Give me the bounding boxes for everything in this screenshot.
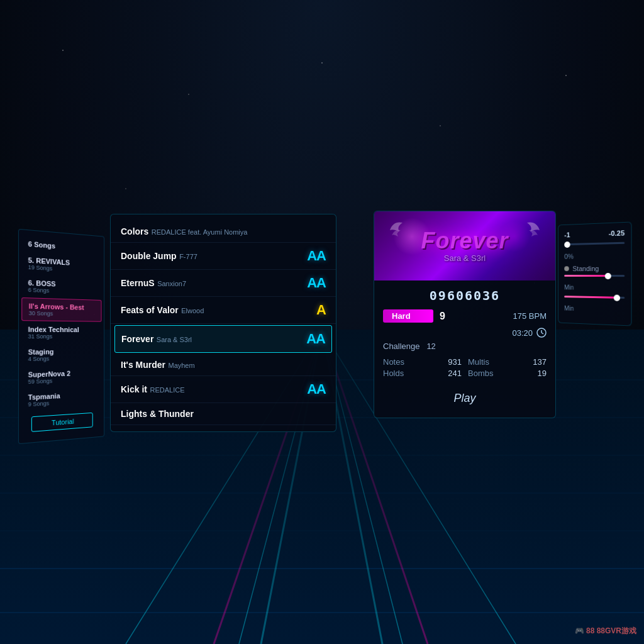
notes-value: 931 (448, 357, 462, 367)
min-label-2: Min (564, 305, 625, 314)
min-label-1: Min (564, 284, 625, 292)
standing-indicator (564, 266, 569, 271)
category-panel: 6 Songs5. REVIVALS19 Songs6. BOSS6 Songs… (18, 229, 104, 444)
bombs-value: 19 (538, 369, 547, 378)
multis-value: 137 (533, 357, 547, 367)
song-artist: Sara & S3rl (157, 336, 192, 343)
sidebar-item-supernova-2[interactable]: SuperNova 259 Songs (21, 365, 101, 389)
main-slider-track[interactable] (564, 242, 625, 245)
banner-song-title: Forever (421, 230, 508, 252)
sidebar-item-staging[interactable]: Staging4 Songs (21, 344, 101, 367)
play-button[interactable]: Play (440, 387, 490, 410)
song-list-item[interactable]: Forever Sara & S3rl AA (114, 325, 332, 353)
song-info: It's Murder Mayhem (121, 359, 195, 370)
song-title: Double Jump (121, 251, 177, 261)
song-title: Colors (121, 226, 148, 236)
song-rank: AA (306, 331, 325, 347)
slider3-fill (564, 296, 615, 299)
holds-label: Holds (383, 369, 404, 378)
song-artist: Elwood (181, 307, 204, 314)
svg-line-19 (541, 333, 543, 334)
song-title: It's Murder (121, 360, 165, 370)
song-rank: AA (307, 248, 326, 264)
challenge-label: Challenge (383, 341, 420, 351)
song-artist: REDALICE feat. Ayumi Nomiya (152, 228, 248, 236)
song-list-item[interactable]: EternuS Sanxion7 AA (111, 270, 336, 297)
speed-offset-row: -1 -0.25 (564, 229, 625, 238)
song-list-item[interactable]: Colors REDALICE feat. Ayumi Nomiya (111, 221, 336, 243)
song-title: EternuS (121, 278, 155, 288)
song-list-item[interactable]: It's Murder Mayhem (111, 354, 336, 376)
watermark-logo: 🎮 (575, 626, 584, 635)
song-list-item[interactable]: Double Jump F-777 AA (111, 243, 336, 270)
challenge-level: 12 (426, 341, 435, 351)
notes-label: Notes (383, 357, 404, 367)
song-list-panel: Colors REDALICE feat. Ayumi Nomiya Doubl… (110, 214, 336, 432)
song-artist: Mayhem (168, 362, 194, 369)
song-rank: AA (307, 275, 326, 291)
sidebar-item-ll's-arrows---best[interactable]: ll's Arrows - Best30 Songs (21, 297, 101, 322)
banner-song-subtitle: Sara & S3rl (421, 253, 508, 263)
speed-value: -1 (564, 231, 570, 238)
main-slider-thumb[interactable] (564, 242, 570, 248)
song-info: Colors REDALICE feat. Ayumi Nomiya (121, 226, 247, 237)
clock-icon (536, 328, 547, 338)
score-display: 09606036 (383, 288, 547, 303)
standing-label: Standing (572, 265, 599, 272)
slider2-fill (564, 275, 606, 277)
song-info: Lights & Thunder (121, 408, 194, 419)
song-list-item[interactable]: Kick it REDALICE AA (111, 376, 336, 403)
song-info: EternuS Sanxion7 (121, 277, 186, 289)
multis-label: Multis (468, 357, 489, 367)
song-artist: REDALICE (150, 386, 184, 394)
song-list-item[interactable]: Lights & Thunder (111, 403, 336, 425)
watermark: 🎮 88 88GVR游戏 (575, 626, 636, 636)
duration-value: 03:20 (512, 328, 533, 338)
bpm-value: 175 BPM (513, 311, 547, 321)
banner-wing-right-icon (518, 218, 543, 243)
song-title: Feats of Valor (121, 305, 179, 315)
slider2-track[interactable] (564, 275, 625, 277)
slider3-thumb[interactable] (614, 294, 620, 301)
sidebar-item-6.-boss[interactable]: 6. BOSS6 Songs (21, 275, 101, 299)
options-panel: -1 -0.25 0% Standing Min Min (558, 221, 631, 326)
song-info: Kick it REDALICE (121, 384, 185, 395)
bombs-stat: Bombs 19 (468, 369, 547, 378)
percentage-label: 0% (564, 253, 574, 260)
multis-stat: Multis 137 (468, 357, 547, 367)
sidebar-item-tspmania[interactable]: Tspmania9 Songs (21, 386, 101, 412)
holds-stat: Holds 241 (383, 369, 462, 378)
sidebar-item-index-technical[interactable]: Index Technical31 Songs (21, 321, 101, 343)
watermark-text: 88 88GVR游戏 (586, 626, 636, 635)
tutorial-button[interactable]: Tutorial (31, 413, 93, 432)
difficulty-level: 9 (440, 311, 445, 322)
song-artist: Sanxion7 (157, 280, 186, 287)
standing-row: Standing (564, 265, 625, 272)
notes-stat: Notes 931 (383, 357, 462, 367)
song-banner: Forever Sara & S3rl (374, 211, 555, 280)
challenge-row: Challenge 12 (383, 341, 547, 351)
slider3-track[interactable] (564, 296, 625, 299)
song-title: Kick it (121, 384, 147, 394)
offset-value: -0.25 (609, 229, 625, 237)
slider2-thumb[interactable] (604, 272, 611, 279)
song-rank: A (316, 302, 326, 318)
detail-panel: Forever Sara & S3rl 09606036 Hard 9 175 … (374, 211, 556, 418)
song-title: Forever (121, 334, 153, 344)
duration-row: 03:20 (383, 328, 547, 338)
difficulty-row: Hard 9 175 BPM (383, 309, 547, 323)
song-rank: AA (307, 381, 326, 397)
song-info: Forever Sara & S3rl (121, 333, 192, 345)
banner-wing-left-icon (387, 218, 412, 243)
song-info: Feats of Valor Elwood (121, 304, 204, 316)
song-artist: F-777 (179, 253, 197, 260)
song-list-item[interactable]: Feats of Valor Elwood A (111, 297, 336, 324)
bombs-label: Bombs (468, 369, 493, 378)
song-info: Double Jump F-777 (121, 250, 197, 262)
song-title: Lights & Thunder (121, 409, 194, 419)
difficulty-badge[interactable]: Hard (383, 309, 433, 323)
holds-value: 241 (448, 369, 462, 378)
stats-grid: Notes 931 Multis 137 Holds 241 Bombs 19 (383, 357, 547, 378)
